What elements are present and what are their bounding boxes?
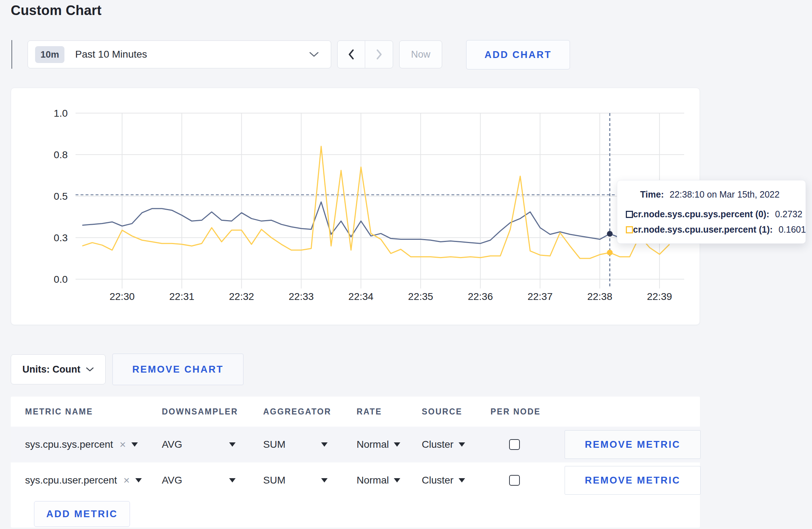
aggregator-caret-icon[interactable] [321,478,328,482]
x-axis-tick-label: 22:31 [169,291,194,302]
time-range-select[interactable]: 10m Past 10 Minutes [28,40,331,68]
chevron-left-icon [348,49,354,60]
col-header-rate: RATE [357,407,422,417]
tooltip-time-row: Time: 22:38:10 on Mar 15th, 2022 [626,189,797,200]
metric-name-value: sys.cpu.user.percent [25,475,117,486]
metric-table-row: sys.cpu.user.percent × AVG SUM Normal Cl… [11,462,700,498]
per-node-checkbox[interactable] [509,475,520,486]
remove-metric-button[interactable]: REMOVE METRIC [565,466,701,495]
rate-value: Normal [357,439,389,450]
chart-card: 1.00.80.50.30.022:3022:3122:3222:3322:34… [11,88,700,325]
time-range-label: Past 10 Minutes [75,49,309,60]
rate-caret-icon[interactable] [394,478,400,482]
metric-table-row: sys.cpu.sys.percent × AVG SUM Normal Clu… [11,427,700,462]
source-caret-icon[interactable] [459,478,465,482]
col-header-source: SOURCE [422,407,490,417]
units-select[interactable]: Units: Count [11,354,106,384]
prev-button[interactable] [338,41,365,68]
remove-chart-button[interactable]: REMOVE CHART [112,354,243,385]
chevron-down-icon [309,52,319,57]
page-title: Custom Chart [11,3,102,18]
y-axis-tick-label: 0.0 [54,274,68,285]
remove-metric-x-icon[interactable]: × [124,475,130,486]
series-line-1 [82,146,670,258]
time-nav-group [337,40,393,68]
metric-name-caret-icon[interactable] [131,442,138,447]
tooltip-series-label: cr.node.sys.cpu.sys.percent (0): [633,209,769,219]
x-axis-tick-label: 22:37 [527,291,552,302]
x-axis-tick-label: 22:32 [229,291,254,302]
chart-plot[interactable]: 1.00.80.50.30.022:3022:3122:3222:3322:34… [11,88,700,325]
rate-value: Normal [357,475,389,486]
units-select-label: Units: Count [23,364,81,375]
y-axis-tick-label: 0.8 [54,149,68,160]
add-metric-button[interactable]: ADD METRIC [34,501,130,527]
series-swatch-icon [626,226,633,233]
hover-point-dot-1 [607,250,613,256]
next-button[interactable] [365,41,393,68]
remove-metric-x-icon[interactable]: × [120,439,126,450]
col-header-downsampler: DOWNSAMPLER [162,407,263,417]
y-axis-tick-label: 0.3 [54,232,68,243]
tooltip-series-value: 0.1601 [778,224,806,235]
chevron-down-icon [86,367,94,372]
col-header-per-node: PER NODE [490,407,565,417]
chart-tooltip: Time: 22:38:10 on Mar 15th, 2022 cr.node… [617,180,806,244]
tooltip-series-value: 0.2732 [775,209,802,219]
metrics-table-header: METRIC NAME DOWNSAMPLER AGGREGATOR RATE … [11,397,700,427]
hover-point-dot-0 [607,231,613,237]
metric-name-value: sys.cpu.sys.percent [25,439,113,450]
rate-caret-icon[interactable] [394,442,400,447]
x-axis-tick-label: 22:34 [348,291,373,302]
source-value: Cluster [422,475,454,486]
tooltip-series-row: cr.node.sys.cpu.sys.percent (0):0.2732 [626,209,797,219]
y-axis-tick-label: 0.5 [54,191,68,202]
series-line-0 [82,202,670,243]
time-range-badge: 10m [35,46,64,63]
tooltip-time-label: Time: [640,189,664,200]
y-axis-tick-label: 1.0 [54,108,68,119]
tooltip-series-row: cr.node.sys.cpu.user.percent (1):0.1601 [626,224,797,235]
source-value: Cluster [422,439,454,450]
downsampler-value: AVG [162,475,182,486]
downsampler-caret-icon[interactable] [229,478,236,482]
metrics-table: METRIC NAME DOWNSAMPLER AGGREGATOR RATE … [11,397,700,528]
x-axis-tick-label: 22:38 [587,291,612,302]
now-button[interactable]: Now [399,40,442,68]
aggregator-value: SUM [263,475,285,486]
add-chart-button[interactable]: ADD CHART [466,40,570,69]
x-axis-tick-label: 22:35 [408,291,433,302]
x-axis-tick-label: 22:33 [289,291,314,302]
toolbar-accent-divider [11,40,12,69]
tooltip-series-label: cr.node.sys.cpu.user.percent (1): [633,224,773,235]
downsampler-value: AVG [162,439,182,450]
col-header-aggregator: AGGREGATOR [263,407,357,417]
x-axis-tick-label: 22:36 [468,291,493,302]
source-caret-icon[interactable] [459,442,465,447]
per-node-checkbox[interactable] [509,439,520,450]
chevron-right-icon [376,49,382,60]
aggregator-value: SUM [263,439,285,450]
remove-metric-button[interactable]: REMOVE METRIC [565,430,701,459]
metric-name-caret-icon[interactable] [135,478,142,482]
downsampler-caret-icon[interactable] [229,442,236,447]
series-swatch-icon [626,211,633,218]
aggregator-caret-icon[interactable] [321,442,328,447]
col-header-metric-name: METRIC NAME [25,407,162,417]
tooltip-time-value: 22:38:10 on Mar 15th, 2022 [670,189,779,200]
x-axis-tick-label: 22:30 [110,291,135,302]
x-axis-tick-label: 22:39 [647,291,672,302]
